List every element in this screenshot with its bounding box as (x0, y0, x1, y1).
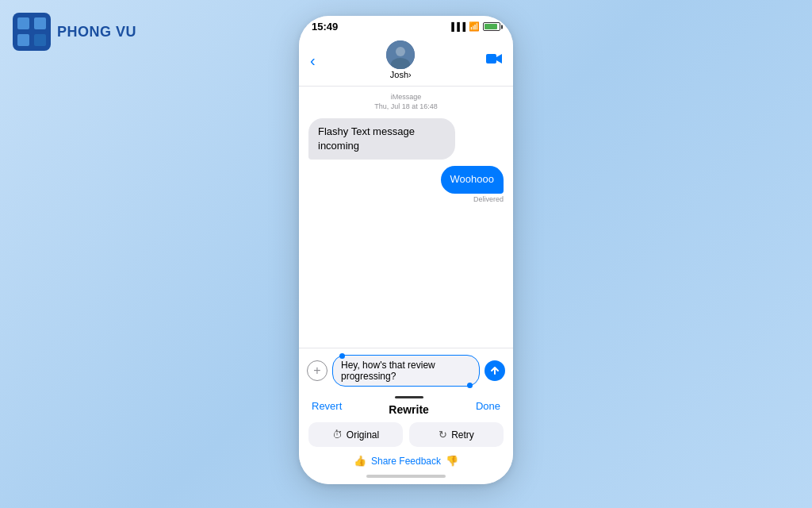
rewrite-center: Rewrite (389, 396, 429, 416)
svg-rect-3 (17, 34, 29, 46)
input-area: + Hey, how's that review progressing? (299, 348, 513, 391)
wifi-icon: 📶 (469, 21, 480, 32)
revert-button[interactable]: Revert (312, 400, 342, 412)
status-icons: ▐▐▐ 📶 (449, 21, 500, 32)
thumbs-up-icon[interactable]: 👍 (354, 455, 366, 467)
share-feedback-label[interactable]: Share Feedback (371, 456, 441, 467)
add-attachment-button[interactable]: + (307, 360, 327, 381)
messages-area: iMessage Thu, Jul 18 at 16:48 Flashy Tex… (299, 87, 513, 348)
outgoing-message-row: Woohooo Delivered (308, 166, 504, 202)
phongvu-logo-icon (13, 13, 51, 51)
video-call-button[interactable] (486, 53, 502, 67)
thumbs-down-icon[interactable]: 👎 (446, 455, 458, 467)
status-time: 15:49 (312, 21, 338, 33)
retry-icon: ↻ (439, 429, 447, 441)
original-button[interactable]: ⏱ Original (308, 422, 403, 447)
home-bar (366, 475, 446, 478)
imessage-date: Thu, Jul 18 at 16:48 (308, 102, 504, 110)
cursor-bottom (467, 383, 473, 388)
incoming-message-row: Flashy Text message incoming (308, 118, 504, 160)
send-button[interactable] (485, 360, 505, 381)
delivered-label: Delivered (473, 195, 504, 203)
svg-rect-8 (486, 54, 496, 64)
battery-icon (483, 22, 500, 31)
original-icon: ⏱ (332, 429, 343, 441)
retry-label: Retry (451, 429, 474, 441)
share-feedback-row: 👍 Share Feedback 👎 (299, 452, 513, 471)
status-bar: 15:49 ▐▐▐ 📶 (299, 16, 513, 36)
battery-fill (485, 24, 497, 29)
rewrite-title: Rewrite (389, 403, 429, 416)
retry-button[interactable]: ↻ Retry (409, 422, 504, 447)
nav-center: Josh› (386, 40, 415, 79)
rewrite-bar: Revert Rewrite Done (299, 391, 513, 419)
original-label: Original (347, 429, 379, 441)
svg-rect-1 (17, 17, 29, 29)
done-button[interactable]: Done (476, 400, 500, 412)
incoming-bubble: Flashy Text message incoming (308, 118, 455, 160)
action-buttons-row: ⏱ Original ↻ Retry (299, 419, 513, 452)
svg-rect-4 (34, 34, 46, 46)
svg-rect-2 (34, 17, 46, 29)
svg-point-6 (396, 47, 405, 56)
contact-name[interactable]: Josh› (390, 70, 412, 79)
outgoing-bubble: Woohooo (441, 166, 504, 193)
logo-area: PHONG VU (13, 13, 136, 51)
avatar (386, 40, 415, 69)
imessage-label: iMessage (308, 93, 504, 101)
home-indicator (299, 471, 513, 484)
back-button[interactable]: ‹ (310, 52, 316, 68)
phone-frame: 15:49 ▐▐▐ 📶 ‹ Josh› (299, 16, 513, 484)
input-text: Hey, how's that review progressing? (341, 360, 435, 382)
input-row: + Hey, how's that review progressing? (307, 355, 505, 387)
cursor-top (339, 353, 345, 359)
rewrite-divider (395, 396, 423, 398)
message-input-field[interactable]: Hey, how's that review progressing? (332, 355, 480, 387)
avatar-image (386, 40, 415, 69)
logo-text: PHONG VU (57, 24, 136, 40)
signal-icon: ▐▐▐ (449, 22, 465, 31)
nav-bar: ‹ Josh› (299, 36, 513, 87)
